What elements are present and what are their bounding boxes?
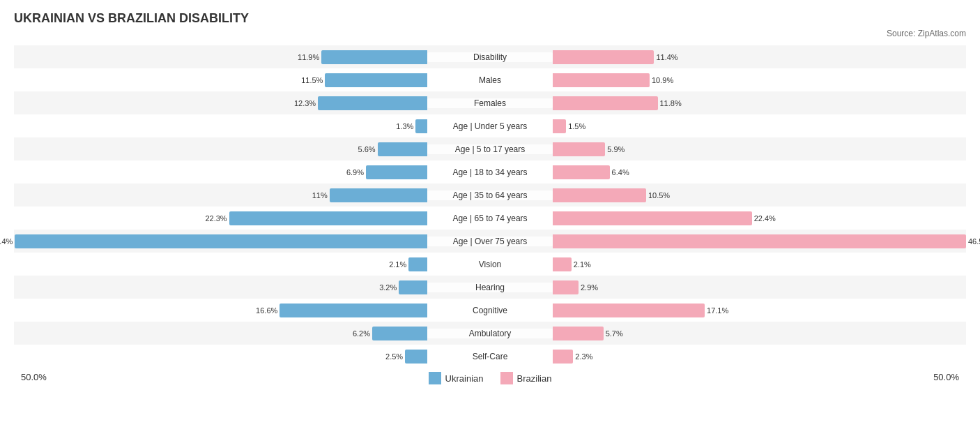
table-row: 22.3% Age | 65 to 74 years 22.4% bbox=[14, 207, 966, 230]
legend-brazilian: Brazilian bbox=[500, 372, 552, 384]
chart-body: 11.9% Disability 11.4% 11.5% Males 10.9%… bbox=[14, 45, 966, 368]
table-row: 46.4% Age | Over 75 years 46.5% bbox=[14, 230, 966, 253]
footer-left-value: 50.0% bbox=[21, 372, 47, 384]
table-row: 2.1% Vision 2.1% bbox=[14, 253, 966, 276]
legend-brazilian-icon bbox=[500, 372, 513, 384]
table-row: 6.2% Ambulatory 5.7% bbox=[14, 322, 966, 345]
footer-right-value: 50.0% bbox=[933, 372, 959, 384]
chart-title: UKRAINIAN VS BRAZILIAN DISABILITY bbox=[14, 11, 966, 26]
legend-ukrainian: Ukrainian bbox=[429, 372, 484, 384]
table-row: 1.3% Age | Under 5 years 1.5% bbox=[14, 114, 966, 137]
table-row: 3.2% Hearing 2.9% bbox=[14, 276, 966, 299]
legend-ukrainian-label: Ukrainian bbox=[445, 373, 484, 384]
table-row: 11.5% Males 10.9% bbox=[14, 68, 966, 91]
table-row: 6.9% Age | 18 to 34 years 6.4% bbox=[14, 160, 966, 183]
table-row: 11.9% Disability 11.4% bbox=[14, 45, 966, 68]
legend-ukrainian-icon bbox=[429, 372, 441, 384]
table-row: 12.3% Females 11.8% bbox=[14, 91, 966, 114]
table-row: 5.6% Age | 5 to 17 years 5.9% bbox=[14, 137, 966, 160]
chart-area: 11.9% Disability 11.4% 11.5% Males 10.9%… bbox=[14, 45, 966, 368]
table-row: 16.6% Cognitive 17.1% bbox=[14, 299, 966, 322]
source-label: Source: ZipAtlas.com bbox=[14, 29, 966, 38]
legend-brazilian-label: Brazilian bbox=[517, 373, 552, 384]
table-row: 2.5% Self-Care 2.3% bbox=[14, 345, 966, 368]
table-row: 11% Age | 35 to 64 years 10.5% bbox=[14, 183, 966, 207]
